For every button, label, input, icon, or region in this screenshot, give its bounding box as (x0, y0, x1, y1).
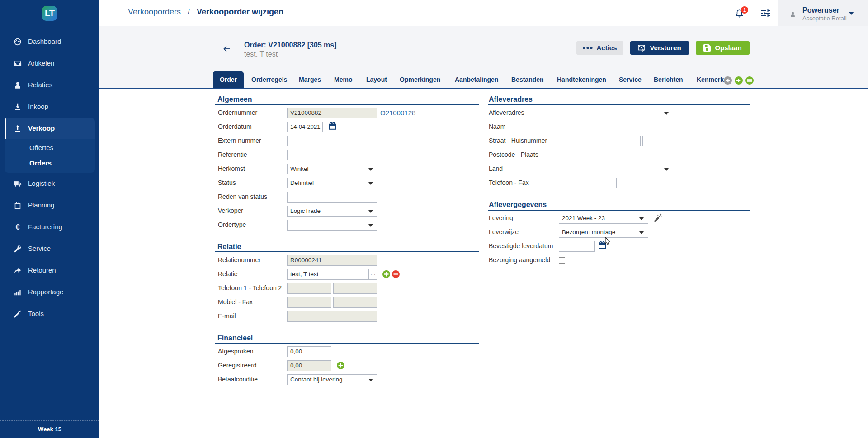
svg-text:€: € (15, 223, 19, 231)
